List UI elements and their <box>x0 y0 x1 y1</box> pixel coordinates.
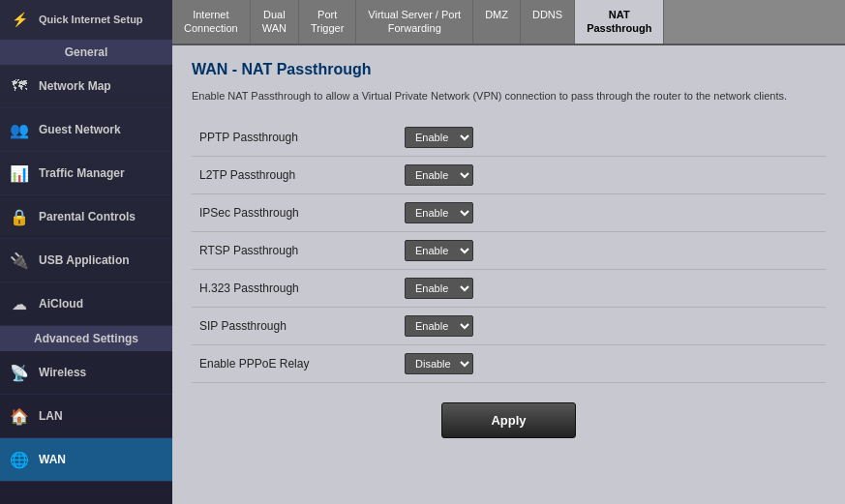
usb-application-label: USB Application <box>39 253 130 267</box>
sidebar-item-guest-network[interactable]: 👥 Guest Network <box>0 108 172 152</box>
sidebar-item-usb-application[interactable]: 🔌 USB Application <box>0 239 172 282</box>
usb-application-icon: 🔌 <box>8 249 31 272</box>
parental-controls-icon: 🔒 <box>8 205 31 228</box>
traffic-manager-label: Traffic Manager <box>39 166 125 180</box>
pptp-control: Enable Disable <box>405 127 473 148</box>
sidebar-item-lan[interactable]: 🏠 LAN <box>0 395 172 438</box>
l2tp-select[interactable]: Enable Disable <box>405 164 473 186</box>
main-area: InternetConnection DualWAN PortTrigger V… <box>172 0 845 504</box>
sidebar-item-wan[interactable]: 🌐 WAN <box>0 438 172 482</box>
sidebar-item-parental-controls[interactable]: 🔒 Parental Controls <box>0 195 172 239</box>
content-area: WAN - NAT Passthrough Enable NAT Passthr… <box>172 45 845 504</box>
sip-control: Enable Disable <box>405 315 473 337</box>
traffic-manager-icon: 📊 <box>8 162 31 185</box>
quick-internet-setup[interactable]: ⚡ Quick Internet Setup <box>0 0 172 40</box>
pppoe-label: Enable PPPoE Relay <box>192 357 405 371</box>
tab-virtual-server[interactable]: Virtual Server / PortForwarding <box>356 0 473 44</box>
tab-bar: InternetConnection DualWAN PortTrigger V… <box>172 0 845 45</box>
h323-label: H.323 Passthrough <box>192 282 405 295</box>
l2tp-row: L2TP Passthrough Enable Disable <box>192 157 826 194</box>
sidebar-item-aicloud[interactable]: ☁ AiCloud <box>0 282 172 326</box>
rtsp-control: Enable Disable <box>405 240 473 261</box>
aicloud-icon: ☁ <box>8 292 31 315</box>
h323-control: Enable Disable <box>405 278 473 299</box>
tab-nat-passthrough[interactable]: NATPassthrough <box>575 0 664 44</box>
general-section-title: General <box>0 40 172 65</box>
h323-row: H.323 Passthrough Enable Disable <box>192 270 826 308</box>
page-title: WAN - NAT Passthrough <box>192 61 826 78</box>
network-map-label: Network Map <box>39 79 111 93</box>
tab-ddns[interactable]: DDNS <box>521 0 575 44</box>
lan-icon: 🏠 <box>8 404 31 428</box>
aicloud-label: AiCloud <box>39 297 83 311</box>
ipsec-select[interactable]: Enable Disable <box>405 202 473 223</box>
ipsec-control: Enable Disable <box>405 202 473 223</box>
pptp-row: PPTP Passthrough Enable Disable <box>192 119 826 157</box>
tab-dual-wan[interactable]: DualWAN <box>251 0 299 44</box>
parental-controls-label: Parental Controls <box>39 210 136 223</box>
pppoe-row: Enable PPPoE Relay Disable Enable <box>192 345 826 383</box>
advanced-section-title: Advanced Settings <box>0 326 172 351</box>
sidebar-item-traffic-manager[interactable]: 📊 Traffic Manager <box>0 152 172 195</box>
rtsp-label: RTSP Passthrough <box>192 244 405 257</box>
ipsec-row: IPSec Passthrough Enable Disable <box>192 194 826 232</box>
pppoe-control: Disable Enable <box>405 353 473 374</box>
pptp-select[interactable]: Enable Disable <box>405 127 473 148</box>
l2tp-label: L2TP Passthrough <box>192 168 405 182</box>
wireless-label: Wireless <box>39 366 86 379</box>
rtsp-row: RTSP Passthrough Enable Disable <box>192 232 826 270</box>
apply-row: Apply <box>192 402 826 438</box>
tab-dmz[interactable]: DMZ <box>473 0 521 44</box>
tab-internet-connection[interactable]: InternetConnection <box>172 0 251 44</box>
wan-icon: 🌐 <box>8 448 31 471</box>
pppoe-select[interactable]: Disable Enable <box>405 353 473 374</box>
apply-button[interactable]: Apply <box>441 402 575 438</box>
ipsec-label: IPSec Passthrough <box>192 206 405 220</box>
lan-label: LAN <box>39 409 63 423</box>
sip-row: SIP Passthrough Enable Disable <box>192 308 826 345</box>
sip-select[interactable]: Enable Disable <box>405 315 473 337</box>
h323-select[interactable]: Enable Disable <box>405 278 473 299</box>
sidebar-item-wireless[interactable]: 📡 Wireless <box>0 351 172 395</box>
page-description: Enable NAT Passthrough to allow a Virtua… <box>192 88 826 104</box>
wireless-icon: 📡 <box>8 361 31 384</box>
wan-label: WAN <box>39 453 66 466</box>
guest-network-label: Guest Network <box>39 123 121 136</box>
quick-setup-icon: ⚡ <box>8 8 31 31</box>
pptp-label: PPTP Passthrough <box>192 131 405 144</box>
sip-label: SIP Passthrough <box>192 319 405 333</box>
network-map-icon: 🗺 <box>8 74 31 98</box>
l2tp-control: Enable Disable <box>405 164 473 186</box>
sidebar-item-network-map[interactable]: 🗺 Network Map <box>0 65 172 108</box>
sidebar: ⚡ Quick Internet Setup General 🗺 Network… <box>0 0 172 504</box>
quick-setup-label: Quick Internet Setup <box>39 14 143 25</box>
tab-port-trigger[interactable]: PortTrigger <box>299 0 356 44</box>
guest-network-icon: 👥 <box>8 118 31 141</box>
rtsp-select[interactable]: Enable Disable <box>405 240 473 261</box>
